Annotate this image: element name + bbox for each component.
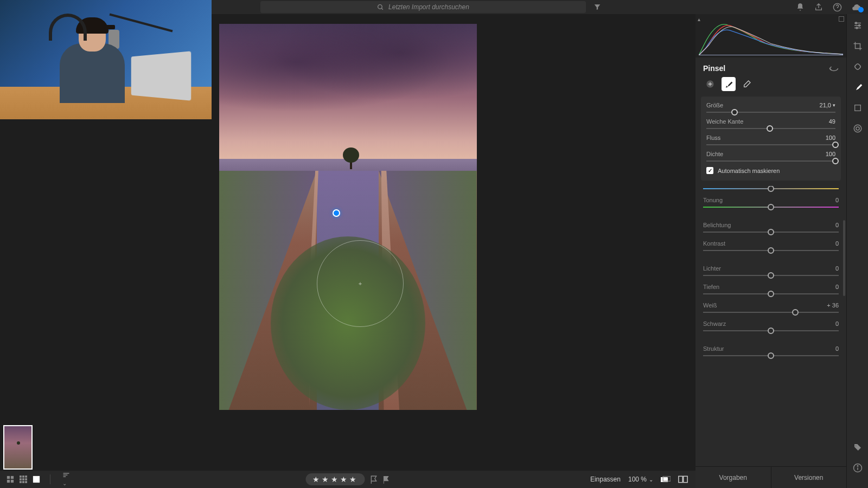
webcam-overlay (0, 0, 212, 119)
brush-tool-button[interactable] (722, 77, 736, 91)
adjustment-label: Schwarz (703, 320, 726, 327)
size-slider[interactable] (706, 112, 835, 113)
histogram-clip-right-icon[interactable] (839, 16, 844, 22)
adjustment-slider[interactable] (703, 312, 839, 313)
adjustment-row (703, 188, 839, 189)
fit-button[interactable]: Einpassen (590, 476, 621, 483)
filmstrip[interactable] (0, 424, 695, 471)
svg-rect-26 (25, 478, 27, 480)
chevron-down-icon[interactable]: ▾ (833, 102, 835, 108)
flow-slider[interactable] (706, 144, 835, 145)
panel-title: Pinsel (703, 64, 725, 73)
search-input[interactable]: Letzten Import durchsuchen (260, 1, 586, 13)
adjustment-row: Belichtung0 (703, 222, 839, 233)
automask-checkbox[interactable]: ✓ Automatisch maskieren (706, 167, 835, 174)
density-slider[interactable] (706, 160, 835, 162)
grid-small-icon[interactable] (7, 476, 14, 483)
adjustment-label: Belichtung (703, 222, 731, 228)
feather-slider[interactable] (706, 128, 835, 129)
flag-pick-icon[interactable] (371, 476, 378, 484)
flag-reject-icon[interactable] (383, 476, 390, 484)
grid-large-icon[interactable] (20, 476, 27, 483)
svg-rect-27 (20, 481, 22, 483)
adjustment-slider[interactable] (703, 232, 839, 233)
zoom-dropdown[interactable]: 100 % ⌄ (628, 476, 653, 483)
adjustment-row: Struktur0 (703, 345, 839, 356)
single-view-icon[interactable] (33, 476, 40, 483)
svg-point-13 (856, 127, 859, 130)
histogram[interactable]: ▴ (695, 14, 846, 57)
checkbox-checked-icon: ✓ (706, 167, 713, 174)
brush-icon[interactable] (852, 81, 864, 93)
chevron-down-icon: ⌄ (649, 477, 653, 483)
tag-icon[interactable] (852, 441, 864, 453)
overlay-icon[interactable] (661, 476, 671, 483)
compare-icon[interactable] (678, 476, 688, 483)
reset-icon[interactable] (829, 65, 839, 72)
adjustment-label: Weiß (703, 302, 717, 309)
radial-gradient-icon[interactable] (852, 123, 864, 134)
photo[interactable] (219, 24, 477, 410)
adjustment-slider[interactable] (703, 207, 839, 208)
adjustment-row: Tiefen0 (703, 284, 839, 294)
scrollbar[interactable] (843, 220, 845, 296)
adjustment-label: Tonung (703, 197, 723, 203)
adjustment-value: 0 (835, 284, 839, 290)
adjustment-label: Struktur (703, 345, 724, 352)
adjustment-label: Lichter (703, 265, 721, 272)
adjustment-label: Tiefen (703, 284, 719, 290)
adjustment-label: Kontrast (703, 240, 725, 247)
svg-rect-17 (7, 476, 10, 479)
tab-versions[interactable]: Versionen (771, 467, 847, 488)
svg-rect-18 (11, 476, 14, 479)
notifications-icon[interactable] (796, 3, 805, 11)
svg-rect-19 (7, 480, 10, 483)
svg-rect-10 (854, 63, 861, 70)
svg-rect-21 (20, 476, 22, 478)
mask-tool-row (695, 77, 846, 97)
bottom-center: ★★★★★ (306, 473, 390, 485)
svg-point-16 (857, 466, 858, 467)
linear-gradient-icon[interactable] (852, 102, 864, 114)
adjustment-slider[interactable] (703, 293, 839, 294)
cloud-sync-icon[interactable] (852, 3, 863, 11)
adjustment-slider[interactable] (703, 355, 839, 356)
thumbnail[interactable] (3, 425, 33, 470)
svg-point-8 (858, 25, 860, 27)
adjustment-slider[interactable] (703, 275, 839, 276)
right-panel: ▴ Pinsel Größe 21,0▾ (695, 14, 846, 466)
svg-line-1 (381, 8, 383, 10)
adjustments-list[interactable]: Tonung0Belichtung0Kontrast0Lichter0Tiefe… (695, 186, 846, 466)
svg-rect-29 (25, 481, 27, 483)
eraser-tool-button[interactable] (740, 77, 754, 91)
adjustment-slider[interactable] (703, 250, 839, 251)
crop-icon[interactable] (852, 40, 864, 52)
svg-rect-28 (22, 481, 24, 483)
share-icon[interactable] (814, 3, 823, 11)
mask-pin[interactable] (333, 209, 340, 217)
adjustment-row: Tonung0 (703, 197, 839, 208)
adjustment-value: 0 (835, 345, 839, 352)
svg-rect-38 (684, 476, 687, 482)
edit-sliders-icon[interactable] (852, 20, 864, 31)
adjustment-slider[interactable] (703, 188, 839, 189)
info-icon[interactable] (852, 462, 864, 474)
histogram-clip-left-icon[interactable]: ▴ (698, 16, 700, 22)
feather-label: Weiche Kante (706, 118, 743, 125)
help-icon[interactable] (833, 3, 842, 12)
filter-button[interactable] (591, 1, 603, 13)
flow-value: 100 (826, 134, 835, 141)
adjustment-row: Weiß+ 36 (703, 302, 839, 313)
new-mask-button[interactable] (703, 77, 717, 91)
sort-dropdown[interactable]: ⌄ (62, 472, 70, 487)
tab-presets[interactable]: Vorgaben (695, 467, 771, 488)
healing-icon[interactable] (852, 61, 864, 73)
automask-label: Automatisch maskieren (718, 168, 780, 174)
tool-strip (846, 14, 868, 488)
svg-rect-20 (11, 480, 14, 483)
svg-point-12 (854, 125, 861, 132)
adjustment-slider[interactable] (703, 330, 839, 331)
star-rating[interactable]: ★★★★★ (306, 473, 365, 485)
svg-rect-30 (33, 476, 40, 483)
svg-point-0 (378, 4, 382, 9)
